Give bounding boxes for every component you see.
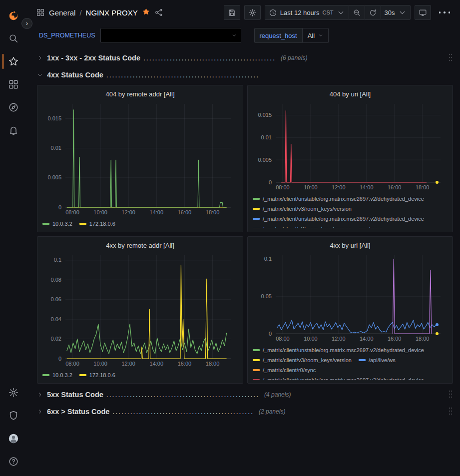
svg-text:0.005: 0.005	[47, 174, 61, 180]
sidebar-item-starred[interactable]	[1, 50, 25, 73]
legend-item[interactable]: /_matrix/client/r0/sync	[253, 366, 316, 374]
sidebar: ›	[0, 0, 27, 476]
dashboard-settings-button[interactable]	[244, 5, 261, 20]
dashboard-title[interactable]: NGINX PROXY	[86, 8, 138, 17]
svg-text:0.05: 0.05	[261, 293, 272, 299]
time-series-chart[interactable]: 08:0010:0012:0014:0016:0018:0000.020.040…	[42, 251, 238, 369]
svg-text:0: 0	[269, 179, 272, 185]
favorite-star-button[interactable]	[142, 7, 150, 17]
legend-item[interactable]: /api/live/ws	[359, 356, 396, 364]
time-controls: Last 12 hours CST	[265, 5, 411, 20]
legend-item[interactable]: /_matrix/client/unstable/org.matrix.msc2…	[253, 376, 424, 380]
panel-title[interactable]: 4xx by remote addr [All]	[42, 239, 238, 251]
svg-text:0.1: 0.1	[54, 257, 61, 263]
dashboards-grid-icon	[8, 79, 19, 90]
row-1xx-3xx-2xx-status-code[interactable]: 1xx - 3xx - 2xx Status Code ............…	[37, 51, 453, 65]
datasource-variable-select[interactable]	[100, 28, 241, 43]
svg-text:10:00: 10:00	[304, 336, 318, 342]
sidebar-item-search[interactable]	[1, 27, 25, 50]
legend-item[interactable]: 10.0.3.2	[42, 371, 72, 379]
svg-text:10:00: 10:00	[93, 361, 107, 367]
refresh-interval-value: 30s	[385, 9, 395, 16]
row-panel-count: (6 panels)	[281, 54, 307, 61]
breadcrumb-section[interactable]: General	[49, 8, 75, 17]
sidebar-item-explore[interactable]	[1, 96, 25, 119]
drag-handle-icon[interactable]	[448, 407, 453, 417]
series-color-swatch	[253, 359, 260, 361]
legend-item[interactable]: 172.18.0.6	[79, 371, 115, 379]
panel-title[interactable]: 4xx by uri [All]	[253, 239, 448, 251]
svg-text:08:00: 08:00	[276, 184, 290, 190]
dashboard-scroll-area[interactable]: 1xx - 3xx - 2xx Status Code ............…	[27, 46, 460, 476]
legend-item[interactable]: /_matrix/client/v3/room_keys/version	[253, 205, 352, 213]
legend: /_matrix/client/unstable/org.matrix.msc2…	[253, 344, 448, 380]
legend-item[interactable]: /_matrix/client/v3/room_keys/version	[253, 225, 352, 228]
sidebar-item-configuration[interactable]	[1, 381, 25, 404]
row-6xx-status-code[interactable]: 6xx > Status Code ......................…	[37, 405, 453, 419]
legend: 10.0.3.2172.18.0.6	[42, 217, 238, 228]
chevron-down-icon	[37, 72, 43, 78]
svg-text:0: 0	[58, 356, 61, 362]
apps-grid-icon	[36, 8, 45, 17]
drag-handle-icon[interactable]	[448, 53, 453, 63]
refresh-icon	[369, 8, 377, 17]
dashboard-header: General / NGINX PROXY	[27, 0, 460, 25]
panel-title[interactable]: 404 by remote addr [All]	[42, 88, 238, 100]
svg-text:0.04: 0.04	[51, 316, 61, 322]
kebab-menu-button[interactable]	[435, 5, 455, 20]
grafana-app: ›	[0, 0, 460, 476]
svg-text:0.005: 0.005	[258, 157, 272, 163]
legend-item[interactable]: /sw.js	[359, 225, 382, 228]
panel-title[interactable]: 404 by uri [All]	[253, 88, 448, 100]
breadcrumb-separator: /	[79, 8, 81, 17]
svg-text:0.1: 0.1	[264, 256, 272, 262]
time-series-chart[interactable]: 08:0010:0012:0014:0016:0018:0000.0050.01…	[253, 100, 448, 192]
zoom-out-button[interactable]	[349, 5, 365, 20]
row-title: 6xx > Status Code	[47, 408, 109, 416]
svg-text:10:00: 10:00	[304, 184, 318, 190]
clock-icon	[269, 8, 277, 17]
svg-text:18:00: 18:00	[416, 184, 430, 190]
svg-text:14:00: 14:00	[360, 336, 374, 342]
row-5xx-status-code[interactable]: 5xx Status Code ........................…	[37, 388, 453, 402]
save-icon	[228, 8, 236, 17]
svg-text:08:00: 08:00	[65, 209, 79, 215]
row-title: 1xx - 3xx - 2xx Status Code	[47, 54, 140, 62]
row-4xx-status-code[interactable]: 4xx Status Code ........................…	[37, 68, 453, 82]
legend-item[interactable]: /_matrix/client/unstable/org.matrix.msc2…	[253, 215, 424, 223]
series-color-swatch	[359, 359, 366, 361]
sidebar-expand-toggle[interactable]: ›	[21, 18, 32, 29]
legend-item[interactable]: /_matrix/client/unstable/org.matrix.msc2…	[253, 346, 424, 354]
refresh-button[interactable]	[365, 5, 381, 20]
panel-4xx-by-uri: 4xx by uri [All] 08:0010:0012:0014:0016:…	[247, 236, 453, 384]
svg-text:18:00: 18:00	[206, 361, 220, 367]
chevron-right-icon	[37, 55, 43, 61]
svg-text:0.06: 0.06	[51, 296, 61, 302]
sidebar-item-profile[interactable]	[1, 427, 25, 450]
series-color-swatch	[42, 374, 49, 376]
datasource-variable-label[interactable]: DS_PROMETHEUS	[39, 32, 95, 39]
svg-text:14:00: 14:00	[360, 184, 374, 190]
time-series-chart[interactable]: 08:0010:0012:0014:0016:0018:0000.050.1	[253, 251, 448, 344]
panel-404-by-remote-addr: 404 by remote addr [All] 08:0010:0012:00…	[37, 85, 243, 232]
refresh-interval-dropdown[interactable]: 30s	[381, 5, 411, 20]
time-series-chart[interactable]: 08:0010:0012:0014:0016:0018:0000.0050.01…	[42, 100, 238, 217]
legend-item[interactable]: /_matrix/client/unstable/org.matrix.msc2…	[253, 195, 424, 203]
share-icon[interactable]	[154, 8, 163, 17]
request-host-select[interactable]: All	[303, 28, 329, 43]
sidebar-item-alerting[interactable]	[1, 119, 25, 142]
save-dashboard-button[interactable]	[224, 5, 240, 20]
breadcrumb: General / NGINX PROXY	[36, 7, 163, 17]
drag-handle-icon[interactable]	[448, 390, 453, 400]
legend-item[interactable]: /_matrix/client/v3/room_keys/version	[253, 356, 352, 364]
request-host-label[interactable]: request_host	[254, 28, 303, 43]
tv-mode-button[interactable]	[415, 5, 431, 20]
sidebar-item-dashboards[interactable]	[1, 73, 25, 96]
shield-icon	[8, 410, 19, 421]
sidebar-item-server-admin[interactable]	[1, 404, 25, 427]
row-title: 5xx Status Code	[47, 391, 103, 399]
legend-item[interactable]: 10.0.3.2	[42, 220, 72, 228]
sidebar-item-help[interactable]	[1, 450, 25, 473]
time-range-picker[interactable]: Last 12 hours CST	[265, 5, 349, 20]
legend-item[interactable]: 172.18.0.6	[79, 220, 115, 228]
